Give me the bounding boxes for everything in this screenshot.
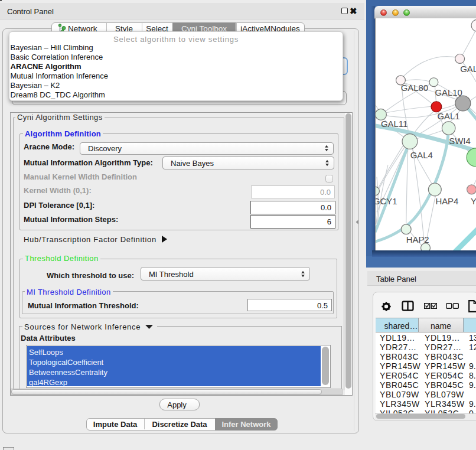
- svg-text:HAP4: HAP4: [435, 197, 458, 206]
- svg-text:GAL80: GAL80: [401, 83, 428, 93]
- svg-text:GAL2: GAL2: [460, 64, 476, 74]
- svg-text:GAL1: GAL1: [437, 112, 459, 121]
- svg-text:Y: Y: [471, 197, 476, 206]
- svg-text:GAL10: GAL10: [435, 88, 462, 97]
- svg-text:GCY1: GCY1: [375, 197, 397, 206]
- svg-text:GAL4: GAL4: [410, 151, 433, 160]
- svg-text:HAP2: HAP2: [406, 235, 429, 244]
- svg-text:GAL11: GAL11: [381, 119, 407, 129]
- svg-text:SWI4: SWI4: [449, 136, 470, 146]
